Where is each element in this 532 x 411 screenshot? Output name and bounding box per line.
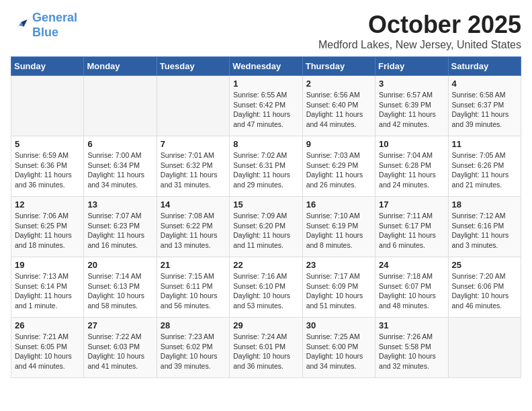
calendar-cell: 11Sunrise: 7:05 AM Sunset: 6:26 PM Dayli… bbox=[448, 136, 521, 197]
day-number: 24 bbox=[379, 260, 444, 270]
day-number: 30 bbox=[306, 320, 371, 330]
day-info: Sunrise: 7:20 AM Sunset: 6:06 PM Dayligh… bbox=[452, 271, 517, 311]
day-number: 23 bbox=[306, 260, 371, 270]
calendar-cell: 12Sunrise: 7:06 AM Sunset: 6:25 PM Dayli… bbox=[11, 197, 84, 257]
day-info: Sunrise: 7:25 AM Sunset: 6:00 PM Dayligh… bbox=[306, 332, 371, 371]
day-info: Sunrise: 7:10 AM Sunset: 6:19 PM Dayligh… bbox=[306, 211, 371, 250]
calendar-cell: 1Sunrise: 6:55 AM Sunset: 6:42 PM Daylig… bbox=[230, 76, 302, 136]
day-info: Sunrise: 6:56 AM Sunset: 6:40 PM Dayligh… bbox=[306, 90, 371, 130]
day-info: Sunrise: 7:06 AM Sunset: 6:25 PM Dayligh… bbox=[15, 211, 80, 250]
day-info: Sunrise: 6:58 AM Sunset: 6:37 PM Dayligh… bbox=[452, 90, 517, 130]
calendar-body: 1Sunrise: 6:55 AM Sunset: 6:42 PM Daylig… bbox=[11, 76, 521, 378]
day-number: 6 bbox=[87, 139, 152, 149]
calendar-week-row: 5Sunrise: 6:59 AM Sunset: 6:36 PM Daylig… bbox=[11, 136, 521, 197]
calendar-cell: 16Sunrise: 7:10 AM Sunset: 6:19 PM Dayli… bbox=[302, 197, 375, 257]
day-number: 11 bbox=[452, 139, 517, 149]
day-number: 3 bbox=[379, 79, 444, 89]
day-info: Sunrise: 7:22 AM Sunset: 6:03 PM Dayligh… bbox=[87, 332, 152, 371]
day-number: 18 bbox=[452, 199, 517, 210]
calendar-week-row: 1Sunrise: 6:55 AM Sunset: 6:42 PM Daylig… bbox=[11, 76, 521, 136]
day-number: 19 bbox=[15, 260, 80, 270]
calendar-cell: 14Sunrise: 7:08 AM Sunset: 6:22 PM Dayli… bbox=[157, 197, 229, 257]
day-info: Sunrise: 7:09 AM Sunset: 6:20 PM Dayligh… bbox=[233, 211, 298, 250]
calendar-cell: 6Sunrise: 7:00 AM Sunset: 6:34 PM Daylig… bbox=[84, 136, 157, 197]
day-info: Sunrise: 7:11 AM Sunset: 6:17 PM Dayligh… bbox=[379, 211, 444, 250]
day-info: Sunrise: 7:18 AM Sunset: 6:07 PM Dayligh… bbox=[379, 271, 444, 311]
day-number: 10 bbox=[379, 139, 444, 149]
calendar-cell: 26Sunrise: 7:21 AM Sunset: 6:05 PM Dayli… bbox=[11, 318, 84, 378]
day-number: 21 bbox=[161, 260, 226, 270]
day-number: 9 bbox=[306, 139, 371, 149]
day-info: Sunrise: 7:15 AM Sunset: 6:11 PM Dayligh… bbox=[161, 271, 226, 311]
calendar-cell: 30Sunrise: 7:25 AM Sunset: 6:00 PM Dayli… bbox=[302, 318, 375, 378]
day-info: Sunrise: 7:13 AM Sunset: 6:14 PM Dayligh… bbox=[15, 271, 80, 311]
day-info: Sunrise: 7:05 AM Sunset: 6:26 PM Dayligh… bbox=[452, 150, 517, 190]
logo-text: General Blue bbox=[32, 11, 77, 40]
calendar-cell: 9Sunrise: 7:03 AM Sunset: 6:29 PM Daylig… bbox=[302, 136, 375, 197]
calendar-cell: 15Sunrise: 7:09 AM Sunset: 6:20 PM Dayli… bbox=[230, 197, 302, 257]
logo: General Blue bbox=[11, 11, 77, 40]
page-title: October 2025 bbox=[318, 11, 521, 39]
day-info: Sunrise: 7:26 AM Sunset: 5:58 PM Dayligh… bbox=[379, 332, 444, 371]
calendar-header: SundayMondayTuesdayWednesdayThursdayFrid… bbox=[11, 57, 521, 76]
day-number: 28 bbox=[161, 320, 226, 330]
weekday-header-thursday: Thursday bbox=[302, 57, 375, 76]
day-info: Sunrise: 6:57 AM Sunset: 6:39 PM Dayligh… bbox=[379, 90, 444, 130]
day-number: 20 bbox=[87, 260, 152, 270]
day-info: Sunrise: 7:21 AM Sunset: 6:05 PM Dayligh… bbox=[15, 332, 80, 371]
weekday-header-saturday: Saturday bbox=[448, 57, 521, 76]
day-number: 13 bbox=[87, 199, 152, 210]
calendar-cell: 20Sunrise: 7:14 AM Sunset: 6:13 PM Dayli… bbox=[84, 257, 157, 318]
day-number: 27 bbox=[87, 320, 152, 330]
calendar-cell: 19Sunrise: 7:13 AM Sunset: 6:14 PM Dayli… bbox=[11, 257, 84, 318]
calendar-cell: 22Sunrise: 7:16 AM Sunset: 6:10 PM Dayli… bbox=[230, 257, 302, 318]
day-number: 7 bbox=[161, 139, 226, 149]
day-number: 25 bbox=[452, 260, 517, 270]
day-number: 5 bbox=[15, 139, 80, 149]
day-number: 12 bbox=[15, 199, 80, 210]
weekday-header-tuesday: Tuesday bbox=[157, 57, 229, 76]
calendar-cell bbox=[84, 76, 157, 136]
calendar-cell: 29Sunrise: 7:24 AM Sunset: 6:01 PM Dayli… bbox=[230, 318, 302, 378]
day-info: Sunrise: 7:07 AM Sunset: 6:23 PM Dayligh… bbox=[87, 211, 152, 250]
day-info: Sunrise: 7:12 AM Sunset: 6:16 PM Dayligh… bbox=[452, 211, 517, 250]
day-info: Sunrise: 7:23 AM Sunset: 6:02 PM Dayligh… bbox=[161, 332, 226, 371]
day-info: Sunrise: 6:59 AM Sunset: 6:36 PM Dayligh… bbox=[15, 150, 80, 190]
calendar-cell: 31Sunrise: 7:26 AM Sunset: 5:58 PM Dayli… bbox=[375, 318, 448, 378]
day-number: 1 bbox=[233, 79, 298, 89]
calendar-cell: 2Sunrise: 6:56 AM Sunset: 6:40 PM Daylig… bbox=[302, 76, 375, 136]
day-info: Sunrise: 7:14 AM Sunset: 6:13 PM Dayligh… bbox=[87, 271, 152, 311]
calendar-cell: 17Sunrise: 7:11 AM Sunset: 6:17 PM Dayli… bbox=[375, 197, 448, 257]
weekday-header-monday: Monday bbox=[84, 57, 157, 76]
calendar-cell: 23Sunrise: 7:17 AM Sunset: 6:09 PM Dayli… bbox=[302, 257, 375, 318]
day-number: 15 bbox=[233, 199, 298, 210]
calendar-cell: 8Sunrise: 7:02 AM Sunset: 6:31 PM Daylig… bbox=[230, 136, 302, 197]
calendar-cell: 7Sunrise: 7:01 AM Sunset: 6:32 PM Daylig… bbox=[157, 136, 229, 197]
calendar-cell: 3Sunrise: 6:57 AM Sunset: 6:39 PM Daylig… bbox=[375, 76, 448, 136]
calendar-cell bbox=[448, 318, 521, 378]
calendar-week-row: 26Sunrise: 7:21 AM Sunset: 6:05 PM Dayli… bbox=[11, 318, 521, 378]
calendar-cell: 24Sunrise: 7:18 AM Sunset: 6:07 PM Dayli… bbox=[375, 257, 448, 318]
calendar-cell: 5Sunrise: 6:59 AM Sunset: 6:36 PM Daylig… bbox=[11, 136, 84, 197]
calendar-cell: 18Sunrise: 7:12 AM Sunset: 6:16 PM Dayli… bbox=[448, 197, 521, 257]
day-info: Sunrise: 7:08 AM Sunset: 6:22 PM Dayligh… bbox=[161, 211, 226, 250]
calendar-cell bbox=[157, 76, 229, 136]
title-block: October 2025 Medford Lakes, New Jersey, … bbox=[318, 11, 521, 51]
day-number: 29 bbox=[233, 320, 298, 330]
calendar-cell: 25Sunrise: 7:20 AM Sunset: 6:06 PM Dayli… bbox=[448, 257, 521, 318]
calendar-week-row: 12Sunrise: 7:06 AM Sunset: 6:25 PM Dayli… bbox=[11, 197, 521, 257]
day-info: Sunrise: 7:16 AM Sunset: 6:10 PM Dayligh… bbox=[233, 271, 298, 311]
calendar-cell: 28Sunrise: 7:23 AM Sunset: 6:02 PM Dayli… bbox=[157, 318, 229, 378]
day-info: Sunrise: 7:24 AM Sunset: 6:01 PM Dayligh… bbox=[233, 332, 298, 371]
weekday-header-wednesday: Wednesday bbox=[230, 57, 302, 76]
day-info: Sunrise: 7:04 AM Sunset: 6:28 PM Dayligh… bbox=[379, 150, 444, 190]
calendar-week-row: 19Sunrise: 7:13 AM Sunset: 6:14 PM Dayli… bbox=[11, 257, 521, 318]
day-number: 22 bbox=[233, 260, 298, 270]
page-subtitle: Medford Lakes, New Jersey, United States bbox=[318, 39, 521, 51]
calendar-cell bbox=[11, 76, 84, 136]
page-header: General Blue October 2025 Medford Lakes,… bbox=[11, 11, 521, 51]
day-number: 2 bbox=[306, 79, 371, 89]
logo-icon bbox=[11, 16, 30, 35]
day-info: Sunrise: 6:55 AM Sunset: 6:42 PM Dayligh… bbox=[233, 90, 298, 130]
calendar-cell: 10Sunrise: 7:04 AM Sunset: 6:28 PM Dayli… bbox=[375, 136, 448, 197]
